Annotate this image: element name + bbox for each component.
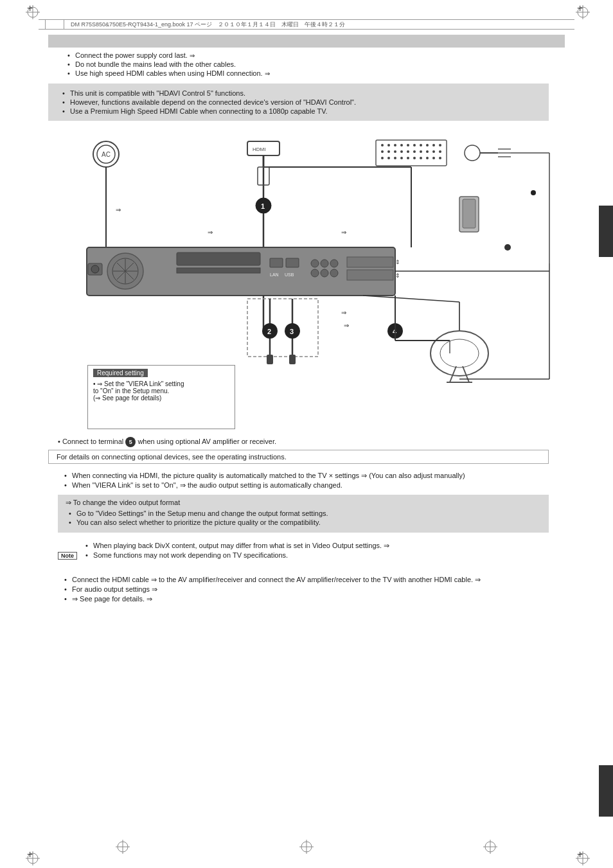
svg-text:⇕: ⇕ bbox=[395, 259, 400, 265]
req-text-3: (⇒ See page for details) bbox=[93, 394, 229, 402]
svg-point-35 bbox=[407, 144, 409, 146]
svg-point-51 bbox=[381, 157, 384, 159]
svg-rect-90 bbox=[286, 258, 299, 267]
gray-info-item-1: ⇒ To change the video output format bbox=[66, 499, 541, 507]
bottom-right-mark bbox=[483, 840, 497, 855]
svg-text:⇕: ⇕ bbox=[395, 272, 400, 279]
mid-bullet-1: When connecting via HDMI, the picture qu… bbox=[64, 472, 549, 480]
note-list: When playing back DivX content, output m… bbox=[85, 540, 389, 560]
circle-5-badge: 5 bbox=[125, 437, 136, 447]
note-box-list: This unit is compatible with "HDAVI Cont… bbox=[62, 89, 541, 115]
note-item-2: However, functions available depend on t… bbox=[62, 98, 541, 106]
gray-info-li-2: You can also select whether to prioritiz… bbox=[69, 518, 541, 526]
svg-point-50 bbox=[439, 150, 441, 153]
svg-point-31 bbox=[381, 144, 384, 146]
right-tab-bottom bbox=[599, 765, 613, 817]
svg-rect-103 bbox=[247, 299, 318, 357]
svg-point-54 bbox=[400, 157, 403, 159]
corner-mark-br bbox=[576, 851, 587, 863]
gray-info-list: Go to "Video Settings" in the Setup menu… bbox=[69, 509, 541, 526]
svg-point-53 bbox=[394, 157, 396, 159]
svg-rect-87 bbox=[177, 268, 260, 273]
svg-point-94 bbox=[330, 260, 338, 267]
svg-point-34 bbox=[400, 144, 403, 146]
svg-text:⇒: ⇒ bbox=[116, 206, 121, 213]
svg-rect-86 bbox=[177, 252, 260, 265]
svg-point-36 bbox=[413, 144, 416, 146]
note-label: Note bbox=[58, 552, 77, 560]
top-bullets-section: Connect the power supply cord last. ⇒ Do… bbox=[61, 49, 549, 80]
svg-point-44 bbox=[400, 150, 403, 153]
top-banner bbox=[48, 35, 565, 48]
svg-text:⇒: ⇒ bbox=[341, 229, 346, 236]
svg-point-97 bbox=[330, 269, 338, 277]
svg-rect-99 bbox=[347, 270, 393, 280]
svg-point-42 bbox=[387, 150, 390, 153]
info-bar: For details on connecting optional devic… bbox=[48, 450, 549, 464]
svg-rect-131 bbox=[463, 199, 475, 228]
svg-rect-106 bbox=[267, 355, 273, 364]
bot-bullet-2: For audio output settings ⇒ bbox=[64, 585, 549, 594]
note-box-top: This unit is compatible with "HDAVI Cont… bbox=[48, 84, 549, 121]
svg-text:AC: AC bbox=[102, 151, 111, 158]
svg-point-96 bbox=[321, 269, 328, 277]
svg-text:3: 3 bbox=[290, 328, 294, 335]
svg-point-72 bbox=[440, 339, 479, 368]
required-setting-text: • ⇒ Set the "VIERA Link" setting to "On"… bbox=[93, 380, 229, 402]
bullet-item-3: Use high speed HDMI cables when using HD… bbox=[67, 69, 549, 77]
svg-point-41 bbox=[381, 150, 384, 153]
bullet-item-1: Connect the power supply cord last. ⇒ bbox=[67, 51, 549, 59]
svg-rect-107 bbox=[289, 355, 296, 364]
svg-point-48 bbox=[426, 150, 429, 153]
svg-point-43 bbox=[394, 150, 396, 153]
svg-text:2: 2 bbox=[267, 328, 271, 335]
note-section: Note When playing back DivX content, out… bbox=[58, 538, 549, 563]
svg-point-45 bbox=[407, 150, 409, 153]
diagram-note-text: • Connect to terminal bbox=[58, 438, 125, 445]
svg-point-60 bbox=[439, 157, 441, 159]
header-bar: DM R75S850&750E5-RQT9434-1_eng.book 17 ペ… bbox=[39, 19, 574, 30]
header-text: DM R75S850&750E5-RQT9434-1_eng.book 17 ペ… bbox=[71, 21, 345, 29]
svg-point-46 bbox=[413, 150, 416, 153]
bottom-center-mark bbox=[299, 840, 314, 855]
middle-bullet-list: When connecting via HDMI, the picture qu… bbox=[64, 472, 549, 490]
svg-point-52 bbox=[387, 157, 390, 159]
required-setting-label: Required setting bbox=[93, 369, 148, 377]
svg-text:HDMI: HDMI bbox=[253, 146, 265, 152]
req-text-1: • ⇒ Set the "VIERA Link" setting bbox=[93, 380, 229, 387]
svg-text:USB: USB bbox=[285, 272, 294, 277]
bottom-bullet-list: Connect the HDMI cable ⇒ to the AV ampli… bbox=[64, 576, 549, 603]
svg-point-63 bbox=[465, 145, 480, 161]
bottom-bullet-section: Connect the HDMI cable ⇒ to the AV ampli… bbox=[58, 576, 549, 603]
svg-rect-30 bbox=[376, 140, 447, 166]
svg-point-55 bbox=[407, 157, 409, 159]
bullet-item-2: Do not bundle the mains lead with the ot… bbox=[67, 60, 549, 68]
svg-point-40 bbox=[439, 144, 441, 146]
top-bullet-list: Connect the power supply cord last. ⇒ Do… bbox=[67, 51, 549, 77]
svg-point-125 bbox=[504, 244, 511, 251]
required-setting-box: Required setting • ⇒ Set the "VIERA Link… bbox=[87, 365, 235, 429]
svg-point-56 bbox=[413, 157, 416, 159]
svg-point-70 bbox=[531, 190, 536, 195]
page-container: DM R75S850&750E5-RQT9434-1_eng.book 17 ペ… bbox=[0, 0, 613, 868]
corner-mark-bl bbox=[26, 851, 37, 863]
note-item-1: This unit is compatible with "HDAVI Cont… bbox=[62, 89, 541, 97]
note-item-3: Use a Premium High Speed HDMI Cable when… bbox=[62, 107, 541, 115]
corner-mark-tl bbox=[26, 5, 37, 17]
svg-point-38 bbox=[426, 144, 429, 146]
svg-point-85 bbox=[91, 265, 99, 273]
bottom-sections: When connecting via HDMI, the picture qu… bbox=[58, 469, 549, 606]
svg-point-71 bbox=[431, 331, 488, 376]
bottom-left-mark bbox=[116, 840, 130, 855]
svg-text:⇒: ⇒ bbox=[341, 309, 346, 316]
mid-bullet-2: When "VIERA Link" is set to "On", ⇒ the … bbox=[64, 481, 549, 490]
corner-mark-tr bbox=[576, 5, 587, 17]
info-bar-text: For details on connecting optional devic… bbox=[57, 453, 287, 461]
svg-point-92 bbox=[311, 260, 319, 267]
svg-line-112 bbox=[363, 296, 459, 302]
svg-rect-88 bbox=[270, 258, 283, 267]
note-item-a: When playing back DivX content, output m… bbox=[85, 542, 389, 550]
bot-bullet-3: ⇒ See page for details. ⇒ bbox=[64, 595, 549, 603]
svg-point-58 bbox=[426, 157, 429, 159]
svg-text:⇒: ⇒ bbox=[344, 322, 349, 329]
